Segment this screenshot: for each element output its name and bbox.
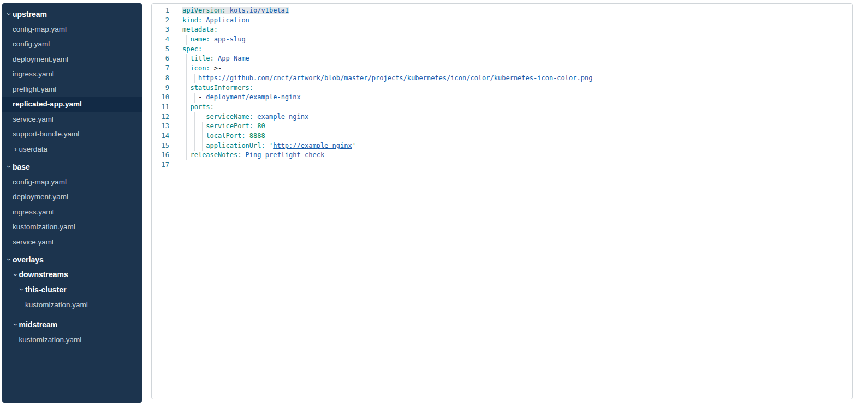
line-number: 13: [152, 122, 169, 131]
indent-guide: [186, 122, 187, 131]
chevron-right-icon[interactable]: ›: [12, 146, 19, 153]
tree-folder-downstreams[interactable]: ›downstreams: [2, 267, 142, 283]
code-line[interactable]: 16 releaseNotes: Ping preflight check: [152, 151, 852, 160]
code-line-content[interactable]: spec:: [169, 45, 852, 55]
tree-item-label: userdata: [19, 145, 48, 153]
yaml-token-key: spec:: [182, 45, 202, 53]
code-line-content[interactable]: - serviceName: example-nginx: [169, 112, 852, 122]
yaml-token-key: statusInformers:: [190, 84, 253, 92]
yaml-token-key: apiVersion:: [182, 7, 230, 14]
tree-file-config-yaml[interactable]: config.yaml: [2, 37, 142, 52]
yaml-token-key: kind:: [182, 16, 206, 24]
tree-file-ingress-yaml[interactable]: ingress.yaml: [2, 205, 142, 220]
yaml-token-key: applicationUrl:: [206, 142, 269, 149]
yaml-token-key: name:: [190, 35, 213, 43]
tree-file-preflight-yaml[interactable]: preflight.yaml: [2, 82, 142, 97]
tree-folder-midstream[interactable]: ›midstream: [2, 317, 142, 332]
code-line[interactable]: 7 icon: >-: [152, 64, 852, 74]
code-line[interactable]: 8 https://github.com/cncf/artwork/blob/m…: [152, 74, 852, 83]
code-line-content[interactable]: servicePort: 80: [169, 122, 852, 131]
tree-item-label: deployment.yaml: [13, 193, 68, 201]
chevron-down-icon[interactable]: ›: [5, 163, 13, 170]
tree-folder-userdata[interactable]: ›userdata: [2, 142, 142, 157]
indent-guide: [194, 93, 195, 103]
indent-guide: [202, 141, 203, 151]
tree-file-replicated-app-yaml[interactable]: replicated-app.yaml: [2, 97, 142, 112]
tree-file-ingress-yaml[interactable]: ingress.yaml: [2, 67, 142, 82]
line-number: 1: [152, 6, 169, 16]
tree-item-label: this-cluster: [25, 285, 66, 294]
code-line[interactable]: 4 name: app-slug: [152, 35, 852, 45]
code-line[interactable]: 14 localPort: 8888: [152, 131, 852, 141]
indent-guide: [202, 122, 203, 131]
line-number: 3: [152, 25, 169, 35]
code-line[interactable]: 9 statusInformers:: [152, 83, 852, 93]
chevron-down-icon[interactable]: ›: [12, 321, 19, 328]
tree-file-kustomization-yaml[interactable]: kustomization.yaml: [2, 219, 142, 235]
highlighted-text: apiVersion: kots.io/v1beta1: [182, 7, 289, 14]
tree-item-label: preflight.yaml: [13, 85, 56, 93]
tree-file-config-map-yaml[interactable]: config-map.yaml: [2, 22, 142, 37]
tree-file-kustomization-yaml[interactable]: kustomization.yaml: [2, 332, 142, 348]
line-number: 2: [152, 16, 169, 26]
tree-item-label: deployment.yaml: [13, 55, 68, 63]
yaml-token-val: Application: [206, 16, 249, 24]
indent-guide: [186, 64, 187, 74]
line-number: 6: [152, 54, 169, 64]
yaml-token-val: deployment/example-nginx: [206, 93, 300, 101]
url-link[interactable]: https://github.com/cncf/artwork/blob/mas…: [198, 74, 592, 82]
code-line[interactable]: 13 servicePort: 80: [152, 122, 852, 131]
tree-folder-this-cluster[interactable]: ›this-cluster: [2, 282, 142, 297]
chevron-down-icon[interactable]: ›: [12, 271, 19, 278]
code-line-content[interactable]: [169, 160, 852, 170]
tree-file-support-bundle-yaml[interactable]: support-bundle.yaml: [2, 127, 142, 142]
code-line[interactable]: 3metadata:: [152, 25, 852, 35]
tree-file-kustomization-yaml[interactable]: kustomization.yaml: [2, 297, 142, 313]
code-line[interactable]: 6 title: App Name: [152, 54, 852, 64]
chevron-down-icon[interactable]: ›: [5, 10, 13, 17]
code-line-content[interactable]: metadata:: [169, 25, 852, 35]
indent-guide: [202, 131, 203, 141]
tree-item-label: config-map.yaml: [13, 25, 67, 33]
url-link[interactable]: http://example-nginx: [273, 142, 352, 149]
code-line-content[interactable]: releaseNotes: Ping preflight check: [169, 151, 852, 160]
tree-file-service-yaml[interactable]: service.yaml: [2, 112, 142, 127]
tree-folder-upstream[interactable]: ›upstream: [2, 7, 142, 22]
code-line-content[interactable]: title: App Name: [169, 54, 852, 64]
indent-guide: [186, 83, 187, 93]
tree-folder-overlays[interactable]: ›overlays: [2, 252, 142, 267]
code-line[interactable]: 1apiVersion: kots.io/v1beta1: [152, 6, 852, 16]
code-line-content[interactable]: statusInformers:: [169, 83, 852, 93]
yaml-token-num: 8888: [249, 132, 265, 140]
code-line[interactable]: 10 - deployment/example-nginx: [152, 93, 852, 103]
code-editor[interactable]: 1apiVersion: kots.io/v1beta12kind: Appli…: [151, 3, 853, 399]
tree-item-label: config.yaml: [13, 40, 50, 48]
tree-item-label: kustomization.yaml: [25, 301, 88, 309]
code-line-content[interactable]: ports:: [169, 103, 852, 112]
code-line[interactable]: 15 applicationUrl: 'http://example-nginx…: [152, 141, 852, 151]
code-line[interactable]: 12 - serviceName: example-nginx: [152, 112, 852, 122]
tree-file-deployment-yaml[interactable]: deployment.yaml: [2, 189, 142, 205]
code-line-content[interactable]: icon: >-: [169, 64, 852, 74]
line-number: 8: [152, 74, 169, 83]
code-line[interactable]: 5spec:: [152, 45, 852, 55]
code-line-content[interactable]: name: app-slug: [169, 35, 852, 45]
code-line-content[interactable]: apiVersion: kots.io/v1beta1: [169, 6, 852, 16]
tree-file-service-yaml[interactable]: service.yaml: [2, 235, 142, 250]
code-line-content[interactable]: https://github.com/cncf/artwork/blob/mas…: [169, 74, 852, 83]
code-line[interactable]: 11 ports:: [152, 103, 852, 112]
code-line-content[interactable]: - deployment/example-nginx: [169, 93, 852, 103]
tree-item-label: overlays: [13, 255, 44, 264]
tree-file-config-map-yaml[interactable]: config-map.yaml: [2, 175, 142, 190]
line-number: 12: [152, 112, 169, 122]
code-line-content[interactable]: localPort: 8888: [169, 131, 852, 141]
tree-folder-base[interactable]: ›base: [2, 159, 142, 175]
tree-file-deployment-yaml[interactable]: deployment.yaml: [2, 52, 142, 67]
code-line-content[interactable]: kind: Application: [169, 16, 852, 26]
chevron-down-icon[interactable]: ›: [5, 256, 13, 263]
code-line[interactable]: 17: [152, 160, 852, 170]
indent-guide: [194, 74, 195, 83]
code-line-content[interactable]: applicationUrl: 'http://example-nginx': [169, 141, 852, 151]
chevron-down-icon[interactable]: ›: [18, 286, 25, 293]
code-line[interactable]: 2kind: Application: [152, 16, 852, 26]
